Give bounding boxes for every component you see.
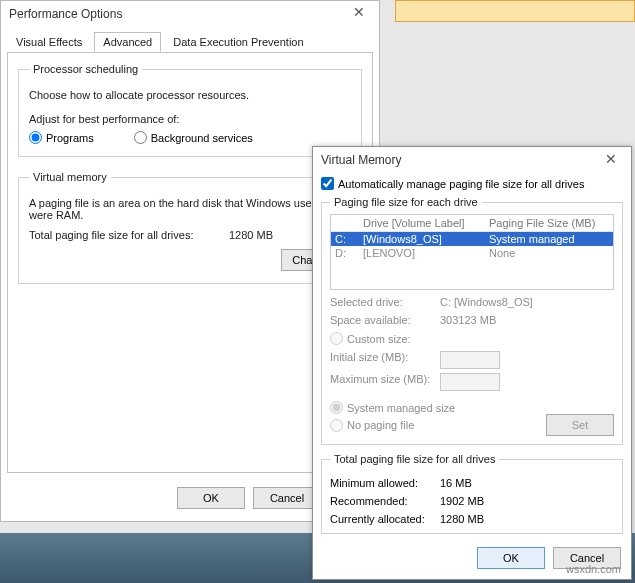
- radio-programs-label: Programs: [46, 132, 94, 144]
- drive-row[interactable]: C: [Windows8_OS] System managed: [331, 232, 613, 246]
- scheduling-desc: Choose how to allocate processor resourc…: [29, 89, 351, 101]
- col-size: Paging File Size (MB): [489, 217, 609, 229]
- drive-letter: D:: [335, 247, 363, 259]
- vm-total-value: 1280 MB: [229, 229, 273, 241]
- drive-list-header: Drive [Volume Label] Paging File Size (M…: [331, 215, 613, 232]
- paging-each-drive-group: Paging file size for each drive Drive [V…: [321, 196, 623, 445]
- vm-desc: A paging file is an area on the hard dis…: [29, 197, 351, 221]
- space-available-value: 303123 MB: [440, 314, 496, 326]
- radio-custom-size: Custom size:: [330, 332, 614, 345]
- radio-nopage-input: [330, 419, 343, 432]
- radio-background-input[interactable]: [134, 131, 147, 144]
- radio-custom-label: Custom size:: [347, 333, 411, 345]
- cancel-button[interactable]: Cancel: [253, 487, 321, 509]
- drive-letter: C:: [335, 233, 363, 245]
- auto-manage-label: Automatically manage paging file size fo…: [338, 178, 584, 190]
- adjust-label: Adjust for best performance of:: [29, 113, 351, 125]
- virtual-memory-legend: Virtual memory: [29, 171, 111, 183]
- drive-row[interactable]: D: [LENOVO] None: [331, 246, 613, 260]
- recommended-label: Recommended:: [330, 495, 440, 507]
- totals-group: Total paging file size for all drives Mi…: [321, 453, 623, 534]
- radio-programs[interactable]: Programs: [29, 131, 94, 144]
- min-allowed-label: Minimum allowed:: [330, 477, 440, 489]
- vm-total-label: Total paging file size for all drives:: [29, 229, 229, 241]
- auto-manage-checkbox-row[interactable]: Automatically manage paging file size fo…: [321, 177, 623, 190]
- initial-size-input: [440, 351, 500, 369]
- radio-programs-input[interactable]: [29, 131, 42, 144]
- selected-drive-label: Selected drive:: [330, 296, 440, 308]
- each-drive-legend: Paging file size for each drive: [330, 196, 482, 208]
- tab-advanced[interactable]: Advanced: [94, 32, 161, 52]
- watermark: wsxdn.com: [566, 563, 621, 575]
- processor-scheduling-legend: Processor scheduling: [29, 63, 142, 75]
- radio-custom-input: [330, 332, 343, 345]
- tab-dep[interactable]: Data Execution Prevention: [164, 32, 312, 52]
- drive-size: None: [489, 247, 609, 259]
- dialog-title: Performance Options: [9, 7, 122, 21]
- recommended-value: 1902 MB: [440, 495, 484, 507]
- radio-sysman-label: System managed size: [347, 402, 455, 414]
- set-button: Set: [546, 414, 614, 436]
- tab-visual-effects[interactable]: Visual Effects: [7, 32, 91, 52]
- min-allowed-value: 16 MB: [440, 477, 472, 489]
- radio-system-managed: System managed size: [330, 401, 614, 414]
- space-available-label: Space available:: [330, 314, 440, 326]
- close-icon[interactable]: ✕: [591, 147, 631, 171]
- totals-legend: Total paging file size for all drives: [330, 453, 499, 465]
- drive-label: [LENOVO]: [363, 247, 489, 259]
- radio-background-label: Background services: [151, 132, 253, 144]
- initial-size-label: Initial size (MB):: [330, 351, 440, 369]
- radio-sysman-input: [330, 401, 343, 414]
- vm-ok-button[interactable]: OK: [477, 547, 545, 569]
- auto-manage-checkbox[interactable]: [321, 177, 334, 190]
- currently-allocated-label: Currently allocated:: [330, 513, 440, 525]
- maximum-size-label: Maximum size (MB):: [330, 373, 440, 391]
- virtual-memory-group: Virtual memory A paging file is an area …: [18, 171, 362, 284]
- radio-no-paging: No paging file: [330, 419, 546, 432]
- virtual-memory-dialog: Virtual Memory ✕ Automatically manage pa…: [312, 146, 632, 580]
- drive-label: [Windows8_OS]: [363, 233, 489, 245]
- drive-list[interactable]: Drive [Volume Label] Paging File Size (M…: [330, 214, 614, 290]
- drive-size: System managed: [489, 233, 609, 245]
- col-drive: Drive [Volume Label]: [363, 217, 489, 229]
- maximum-size-input: [440, 373, 500, 391]
- tab-bar: Visual Effects Advanced Data Execution P…: [7, 31, 373, 53]
- currently-allocated-value: 1280 MB: [440, 513, 484, 525]
- close-icon[interactable]: ✕: [339, 1, 379, 23]
- radio-nopage-label: No paging file: [347, 419, 414, 431]
- selected-drive-value: C: [Windows8_OS]: [440, 296, 533, 308]
- background-window-fragment: [395, 0, 635, 22]
- processor-scheduling-group: Processor scheduling Choose how to alloc…: [18, 63, 362, 157]
- vm-dialog-title: Virtual Memory: [321, 153, 401, 167]
- ok-button[interactable]: OK: [177, 487, 245, 509]
- radio-background-services[interactable]: Background services: [134, 131, 253, 144]
